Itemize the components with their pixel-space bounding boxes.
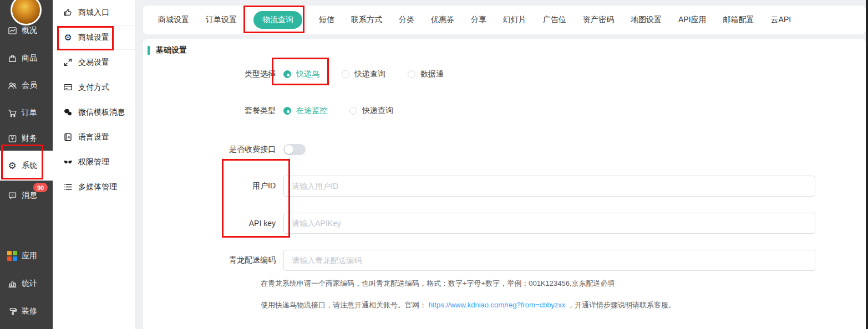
submenu-item-label: 多媒体管理 xyxy=(78,182,117,192)
submenu-item-多媒体管理[interactable]: 多媒体管理 xyxy=(53,174,136,199)
submenu-item-交易设置[interactable]: 交易设置 xyxy=(53,50,136,75)
apps-icon xyxy=(7,251,17,261)
sidebar-item-应用[interactable]: 应用 xyxy=(0,243,53,269)
submenu-item-支付方式[interactable]: 支付方式 xyxy=(53,75,136,100)
tab-幻灯片[interactable]: 幻灯片 xyxy=(503,15,526,25)
section-title: 基础设置 xyxy=(156,45,187,55)
radio-option-label: 数据通 xyxy=(420,69,444,79)
overview-icon xyxy=(7,25,17,35)
sidebar-item-商品[interactable]: 商品 xyxy=(0,45,53,71)
tab-订单设置[interactable]: 订单设置 xyxy=(206,15,237,25)
tab-云API[interactable]: 云API xyxy=(771,15,791,25)
radio-option-label: 快递查询 xyxy=(354,69,385,79)
svg-text:¥: ¥ xyxy=(11,136,14,141)
sidebar-item-label: 消息 xyxy=(22,191,37,201)
radio-icon[interactable] xyxy=(408,70,415,78)
message-icon xyxy=(7,191,17,201)
wechat-bubbles-icon xyxy=(63,107,73,117)
thumb-up-icon xyxy=(63,8,73,17)
tab-优惠券[interactable]: 优惠券 xyxy=(431,15,454,25)
radio-option-快递查询[interactable]: 快递查询 xyxy=(342,69,385,79)
package-type-row: 套餐类型 在途监控快递查询 xyxy=(143,106,857,116)
package-type-label: 套餐类型 xyxy=(143,106,276,116)
submenu-item-商城入口[interactable]: 商城入口 xyxy=(53,0,136,25)
tab-API应用[interactable]: API应用 xyxy=(678,15,707,25)
sidebar-item-订单[interactable]: 订单 xyxy=(0,100,53,126)
submenu-item-权限管理[interactable]: 权限管理 xyxy=(53,150,136,174)
submenu-item-语言设置[interactable]: A语言设置 xyxy=(53,125,136,150)
kdniao-link[interactable]: https://www.kdniao.com/reg?from=cbbyzxx xyxy=(429,301,566,309)
radio-icon[interactable] xyxy=(283,70,291,78)
user-id-row: 用户ID xyxy=(143,176,857,197)
sidebar-item-消息[interactable]: 消息90 xyxy=(0,183,53,208)
tab-短信[interactable]: 短信 xyxy=(319,15,334,25)
sidebar-item-概况[interactable]: 概况 xyxy=(0,18,53,43)
permission-glasses-icon xyxy=(63,157,73,167)
section-header: 基础设置 xyxy=(148,45,187,55)
tab-邮箱配置[interactable]: 邮箱配置 xyxy=(723,15,754,25)
qinglong-help-text: 在青龙系统申请一个商家编码，也叫青龙配送编码，格式：数字+字母+数字，举例：00… xyxy=(261,279,615,289)
goods-icon xyxy=(7,53,17,63)
submenu-item-微信模板消息[interactable]: 微信模板消息 xyxy=(53,100,136,125)
sidebar-item-label: 订单 xyxy=(22,108,37,118)
sidebar-item-label: 应用 xyxy=(22,251,37,261)
tab-广告位[interactable]: 广告位 xyxy=(543,15,566,25)
annotation-box-logistics-tab xyxy=(243,6,304,33)
api-key-row: API key xyxy=(143,213,857,234)
stats-icon xyxy=(7,279,17,289)
members-icon xyxy=(7,80,17,90)
finance-icon: ¥ xyxy=(7,133,17,143)
tab-联系方式[interactable]: 联系方式 xyxy=(351,15,382,25)
decorate-icon xyxy=(7,306,17,316)
radio-option-数据通[interactable]: 数据通 xyxy=(408,69,444,79)
radio-option-label: 快递鸟 xyxy=(296,69,319,79)
system-gear-icon: ⚙ xyxy=(7,161,17,171)
kdniao-help-suffix: ，开通详情步骤说明请联系客服。 xyxy=(567,301,676,309)
radio-icon[interactable] xyxy=(342,70,349,78)
sidebar-item-统计[interactable]: 统计 xyxy=(0,271,53,296)
radio-option-在途监控[interactable]: 在途监控 xyxy=(283,106,327,116)
tab-地图设置[interactable]: 地图设置 xyxy=(631,15,662,25)
sidebar-item-label: 会员 xyxy=(22,80,37,90)
media-list-icon xyxy=(63,182,73,192)
tab-商城设置[interactable]: 商城设置 xyxy=(158,15,189,25)
submenu-item-label: 商城设置 xyxy=(78,33,109,43)
user-id-label: 用户ID xyxy=(143,181,276,191)
sidebar-item-装修[interactable]: 装修 xyxy=(0,299,53,324)
submenu-item-label: 支付方式 xyxy=(78,83,109,92)
sidebar-item-label: 系统 xyxy=(22,161,37,171)
language-book-icon: A xyxy=(63,132,73,142)
credit-card-icon xyxy=(63,83,73,92)
fee-toggle-label: 是否收费接口 xyxy=(143,145,276,155)
submenu-item-商城设置[interactable]: ⚙商城设置 xyxy=(53,25,136,50)
fee-toggle-switch[interactable] xyxy=(283,144,306,155)
tab-分类[interactable]: 分类 xyxy=(399,15,414,25)
api-key-input[interactable] xyxy=(283,213,815,234)
sidebar-item-财务[interactable]: ¥财务 xyxy=(0,126,53,151)
radio-option-label: 在途监控 xyxy=(296,106,327,116)
submenu-item-label: 交易设置 xyxy=(78,58,109,68)
radio-option-快递鸟[interactable]: 快递鸟 xyxy=(283,69,319,79)
tab-物流查询[interactable]: 物流查询 xyxy=(253,11,302,29)
tab-资产密码[interactable]: 资产密码 xyxy=(583,15,614,25)
sidebar-item-系统[interactable]: ⚙系统 xyxy=(0,151,53,181)
sidebar-item-label: 统计 xyxy=(22,279,37,289)
tab-分享[interactable]: 分享 xyxy=(471,15,486,25)
sidebar-item-会员[interactable]: 会员 xyxy=(0,73,53,98)
submenu-item-label: 权限管理 xyxy=(78,157,109,167)
sidebar-item-label: 商品 xyxy=(22,53,37,63)
submenu-item-label: 商城入口 xyxy=(78,8,109,18)
user-id-input[interactable] xyxy=(283,176,815,197)
submenu-item-label: 语言设置 xyxy=(78,132,109,142)
radio-option-快递查询[interactable]: 快递查询 xyxy=(349,106,393,116)
qinglong-code-input[interactable] xyxy=(283,250,815,271)
radio-icon[interactable] xyxy=(349,107,357,115)
sidebar-item-label: 装修 xyxy=(22,306,37,316)
radio-icon[interactable] xyxy=(283,107,291,115)
radio-option-label: 快递查询 xyxy=(362,106,393,116)
window-right-edge xyxy=(866,0,868,329)
qinglong-code-row: 青龙配送编码 xyxy=(143,250,857,271)
type-select-label: 类型选择 xyxy=(143,69,276,79)
primary-sidebar: 概况商品会员订单¥财务⚙系统消息90应用统计装修 xyxy=(0,0,53,329)
fee-toggle-row: 是否收费接口 xyxy=(143,144,857,155)
